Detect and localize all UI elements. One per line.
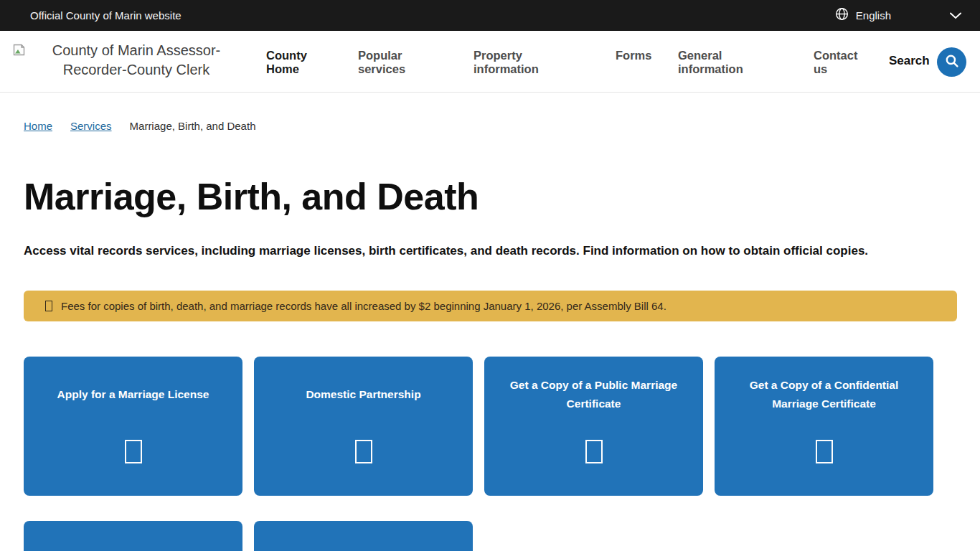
breadcrumb-services[interactable]: Services bbox=[70, 120, 112, 132]
card-label: Get a Copy of a Confidential Marriage Ce… bbox=[715, 376, 933, 413]
page-content: Home Services Marriage, Birth, and Death… bbox=[0, 120, 980, 551]
site-notice: Official County of Marin website bbox=[30, 9, 182, 22]
alert-missing-glyph-icon bbox=[45, 301, 52, 311]
fee-alert-banner: Fees for copies of birth, death, and mar… bbox=[24, 291, 957, 321]
breadcrumb-home[interactable]: Home bbox=[24, 120, 52, 132]
search-icon bbox=[945, 54, 959, 70]
site-header: County of Marin Assessor-Recorder-County… bbox=[0, 31, 980, 93]
card-label: Get a Copy of a Public Marriage Certific… bbox=[484, 376, 703, 413]
card-apply-marriage-license[interactable]: Apply for a Marriage License bbox=[24, 357, 242, 496]
search-button[interactable] bbox=[937, 47, 966, 77]
card-label: Get a Copy of a Birth Certificate bbox=[24, 540, 242, 551]
nav-contact-us[interactable]: Contact us bbox=[814, 49, 864, 76]
card-label: Apply for a Marriage License bbox=[24, 376, 242, 413]
card-missing-image-icon bbox=[816, 440, 833, 463]
alert-text: Fees for copies of birth, death, and mar… bbox=[61, 300, 666, 312]
card-public-marriage-certificate[interactable]: Get a Copy of a Public Marriage Certific… bbox=[484, 357, 703, 496]
service-cards-row-2: Get a Copy of a Birth Certificate Get a … bbox=[24, 521, 957, 551]
card-missing-image-icon bbox=[355, 440, 372, 463]
page-title: Marriage, Birth, and Death bbox=[24, 175, 957, 218]
card-confidential-marriage-certificate[interactable]: Get a Copy of a Confidential Marriage Ce… bbox=[715, 357, 933, 496]
language-selector[interactable]: English bbox=[835, 7, 961, 24]
card-birth-certificate[interactable]: Get a Copy of a Birth Certificate bbox=[24, 521, 242, 551]
card-label: Get a Copy of a Death Certificate bbox=[254, 540, 473, 551]
broken-image-icon bbox=[13, 44, 25, 59]
utility-bar: Official County of Marin website English bbox=[0, 0, 980, 31]
breadcrumb-current: Marriage, Birth, and Death bbox=[130, 120, 256, 132]
service-cards-row-1: Apply for a Marriage License Domestic Pa… bbox=[24, 357, 957, 496]
nav-general-information[interactable]: General information bbox=[678, 49, 754, 76]
site-brand[interactable]: County of Marin Assessor-Recorder-County… bbox=[11, 41, 241, 80]
card-label: Domestic Partnership bbox=[254, 376, 473, 413]
language-label: English bbox=[856, 9, 891, 22]
card-missing-image-icon bbox=[125, 440, 142, 463]
nav-property-information[interactable]: Property information bbox=[473, 49, 548, 76]
nav-forms[interactable]: Forms bbox=[616, 49, 651, 62]
card-domestic-partnership[interactable]: Domestic Partnership bbox=[254, 357, 473, 496]
page-intro: Access vital records services, including… bbox=[24, 244, 957, 258]
card-missing-image-icon bbox=[585, 440, 603, 463]
nav-county-home[interactable]: County Home bbox=[266, 49, 318, 76]
card-death-certificate[interactable]: Get a Copy of a Death Certificate bbox=[254, 521, 473, 551]
globe-icon bbox=[835, 7, 849, 24]
nav-popular-services[interactable]: Popular services bbox=[358, 49, 413, 76]
search-label: Search bbox=[889, 54, 930, 68]
breadcrumb: Home Services Marriage, Birth, and Death bbox=[24, 120, 957, 132]
site-title: County of Marin Assessor-Recorder-County… bbox=[32, 41, 241, 80]
chevron-down-icon bbox=[950, 9, 961, 22]
